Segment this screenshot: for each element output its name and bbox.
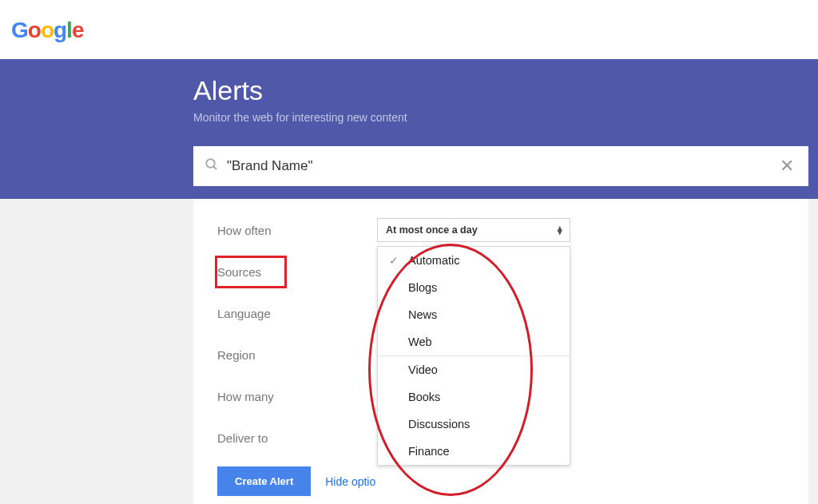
how-many-label: How many <box>217 390 377 403</box>
dropdown-item-automatic[interactable]: Automatic <box>378 247 570 274</box>
dropdown-item-blogs[interactable]: Blogs <box>378 274 570 301</box>
region-label: Region <box>217 348 377 362</box>
logo-letter: g <box>54 18 66 42</box>
hide-options-link[interactable]: Hide optio <box>325 475 375 488</box>
options-panel: How often At most once a day Sources Lan… <box>193 199 808 504</box>
dropdown-item-web[interactable]: Web <box>378 328 570 355</box>
sources-label: Sources <box>215 256 287 288</box>
actions-row: Create Alert Hide optio <box>217 466 784 496</box>
dropdown-item-finance[interactable]: Finance <box>378 438 570 465</box>
svg-line-1 <box>213 166 216 169</box>
logo-letter: o <box>28 18 41 42</box>
search-box: ✕ <box>193 146 808 186</box>
create-alert-button[interactable]: Create Alert <box>217 466 311 496</box>
page-title: Alerts <box>193 75 808 106</box>
how-often-select[interactable]: At most once a day <box>377 218 570 242</box>
logo-letter: G <box>11 18 28 42</box>
sources-dropdown: Automatic Blogs News Web Video Books Dis… <box>377 246 570 466</box>
close-icon[interactable]: ✕ <box>776 156 797 177</box>
logo-letter: e <box>72 18 84 42</box>
svg-point-0 <box>206 159 215 168</box>
logo-letter: l <box>66 18 72 42</box>
search-icon <box>204 157 219 176</box>
dropdown-item-news[interactable]: News <box>378 301 570 328</box>
language-label: Language <box>217 307 377 320</box>
dropdown-item-books[interactable]: Books <box>378 383 570 411</box>
dropdown-item-discussions[interactable]: Discussions <box>378 411 570 438</box>
deliver-to-label: Deliver to <box>217 431 377 445</box>
select-arrow-icon <box>558 226 562 234</box>
google-logo: Google <box>11 18 83 42</box>
dropdown-item-video[interactable]: Video <box>378 356 570 383</box>
logo-letter: o <box>41 18 54 42</box>
how-often-label: How often <box>217 224 377 237</box>
search-input[interactable] <box>227 158 776 174</box>
option-row-how-often: How often At most once a day <box>217 209 784 251</box>
top-bar: Google <box>0 0 818 59</box>
hero-banner: Alerts Monitor the web for interesting n… <box>0 59 818 199</box>
page-subtitle: Monitor the web for interesting new cont… <box>193 111 808 124</box>
how-often-value: At most once a day <box>386 224 478 236</box>
